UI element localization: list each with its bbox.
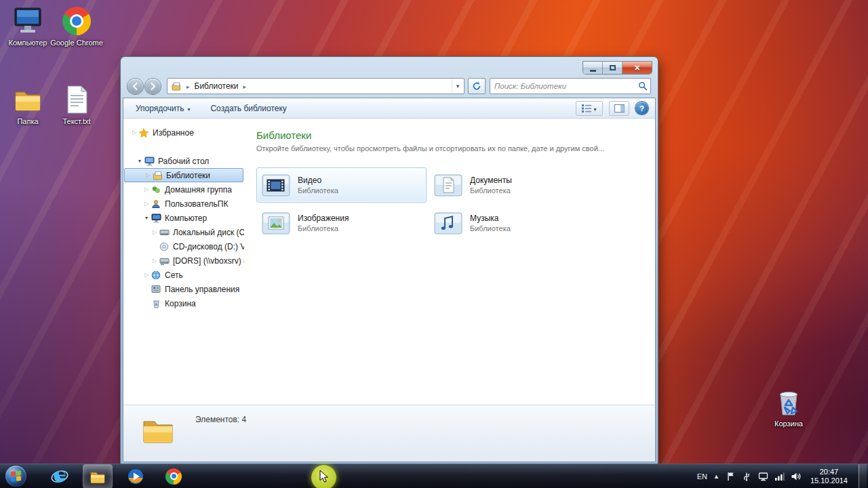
preview-pane-button[interactable] [609, 101, 629, 116]
maximize-button[interactable] [603, 62, 623, 74]
show-desktop-button[interactable] [859, 464, 867, 488]
expander-icon[interactable] [151, 253, 159, 268]
breadcrumb-separator [183, 81, 193, 91]
display-icon[interactable] [758, 471, 768, 481]
sidebar-item-label: Сеть [165, 270, 183, 280]
volume-icon[interactable] [791, 471, 801, 481]
close-icon [634, 62, 639, 74]
network-icon [151, 270, 161, 280]
clock[interactable]: 20:47 15.10.2014 [810, 468, 848, 485]
sidebar-item-favorites[interactable]: Избранное [123, 125, 244, 140]
windows-logo-icon [11, 470, 21, 482]
library-name: Музыка [470, 214, 511, 223]
sidebar-item-user-folder[interactable]: ПользовательПК [123, 197, 244, 211]
folder-icon [12, 84, 43, 115]
organize-button[interactable]: Упорядочить [130, 101, 195, 116]
navigation-bar: Библиотеки [121, 75, 658, 98]
cd-drive-icon [159, 241, 170, 251]
taskbar: EN ▲ 20:47 15.10.2014 [0, 464, 868, 488]
library-item-music[interactable]: Музыка Библиотека [429, 205, 599, 241]
taskbar-button-windows-explorer[interactable] [83, 465, 112, 488]
folder-icon [140, 412, 176, 449]
sidebar-item-recycle-bin[interactable]: Корзина [123, 296, 244, 310]
expander-icon[interactable] [142, 197, 151, 211]
create-library-button[interactable]: Создать библиотеку [205, 101, 292, 116]
cursor [319, 470, 329, 483]
library-item-video[interactable]: Видео Библиотека [256, 167, 427, 203]
desktop-icon-text-file[interactable]: Текст.txt [50, 84, 103, 125]
action-center-icon[interactable] [726, 471, 736, 481]
expander-icon[interactable] [136, 154, 144, 168]
desktop-icon-label: Папка [1, 117, 54, 125]
sidebar-item-network-drive-e[interactable]: [DORS] (\\vboxsrv) (E:... [123, 253, 244, 268]
sidebar-item-label: Локальный диск (C:) [173, 228, 244, 237]
expander-icon[interactable] [144, 168, 152, 182]
navigation-pane: Избранное Рабочий стол Библиотеки [123, 119, 244, 405]
library-type: Библиотека [298, 186, 338, 195]
star-icon [138, 127, 149, 138]
sidebar-item-label: Рабочий стол [158, 157, 209, 166]
change-view-button[interactable] [576, 101, 603, 116]
hard-disk-icon [159, 227, 170, 237]
recycle-bin-icon [151, 298, 161, 308]
search-icon[interactable] [635, 81, 650, 91]
address-bar[interactable]: Библиотеки [167, 78, 465, 94]
taskbar-button-media-player[interactable] [121, 465, 150, 488]
library-item-documents[interactable]: Документы Библиотека [429, 167, 599, 203]
sidebar-item-desktop[interactable]: Рабочий стол [123, 154, 244, 168]
sidebar-item-cd-drive-d[interactable]: CD-дисковод (D:) Virt... [123, 239, 244, 253]
library-type: Библиотека [470, 186, 512, 195]
sidebar-item-control-panel[interactable]: Панель управления [123, 282, 244, 296]
taskbar-button-internet-explorer[interactable] [45, 465, 74, 488]
expander-icon[interactable] [142, 211, 151, 225]
library-name: Документы [470, 176, 512, 185]
forward-button[interactable] [145, 79, 161, 94]
library-item-pictures[interactable]: Изображения Библиотека [256, 205, 427, 241]
usb-device-icon[interactable] [742, 471, 752, 481]
libraries-icon [152, 170, 163, 180]
sidebar-item-homegroup[interactable]: Домашняя группа [123, 182, 244, 197]
expander-icon[interactable] [142, 268, 151, 282]
search-input[interactable] [490, 82, 635, 90]
back-button[interactable] [127, 79, 143, 94]
taskbar-button-chrome[interactable] [159, 465, 188, 488]
help-button[interactable] [635, 102, 648, 115]
toolbar-right-group [576, 101, 648, 116]
desktop-icon-google-chrome[interactable]: Google Chrome [50, 5, 103, 47]
start-button[interactable] [5, 466, 26, 487]
sidebar-item-label: Компьютер [165, 214, 207, 223]
refresh-button[interactable] [468, 78, 486, 94]
breadcrumb-libraries[interactable]: Библиотеки [193, 79, 240, 93]
language-indicator[interactable]: EN [697, 472, 707, 481]
sidebar-item-libraries[interactable]: Библиотеки [124, 168, 243, 182]
window-controls [583, 62, 652, 74]
network-icon[interactable] [774, 471, 785, 481]
page-title: Библиотеки [256, 129, 655, 141]
desktop-icon-computer[interactable]: Компьютер [1, 5, 54, 47]
desktop-icon-recycle-bin[interactable]: Корзина [762, 386, 815, 428]
status-items-count: Элементов: 4 [195, 415, 246, 424]
expander-icon[interactable] [151, 225, 159, 239]
homegroup-icon [151, 184, 161, 195]
computer-icon [151, 213, 161, 223]
sidebar-item-label: Корзина [165, 299, 196, 308]
sidebar-item-computer[interactable]: Компьютер [123, 211, 244, 225]
sidebar-item-local-disk-c[interactable]: Локальный диск (C:) [123, 225, 244, 239]
refresh-icon [472, 81, 481, 91]
hidden-icons-button[interactable]: ▲ [713, 473, 719, 480]
content-pane: Библиотеки Откройте библиотеку, чтобы пр… [244, 119, 655, 405]
sidebar-item-network[interactable]: Сеть [123, 268, 244, 282]
library-name: Видео [298, 176, 338, 185]
minimize-button[interactable] [583, 62, 603, 74]
pictures-library-icon [261, 208, 291, 238]
expander-icon[interactable] [130, 125, 138, 140]
recycle-bin-icon [773, 386, 804, 418]
address-dropdown-button[interactable] [452, 79, 463, 93]
text-file-icon [61, 84, 92, 115]
close-button[interactable] [623, 62, 652, 74]
sidebar-item-label: ПользовательПК [165, 199, 229, 209]
page-subtitle: Откройте библиотеку, чтобы просмотреть ф… [256, 144, 655, 152]
desktop-icon-folder[interactable]: Папка [1, 84, 54, 125]
chevron-down-icon [187, 104, 190, 113]
expander-icon[interactable] [142, 182, 151, 197]
